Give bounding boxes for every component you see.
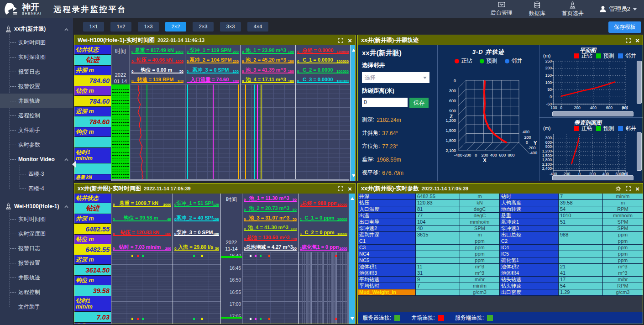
- section-horizontal-scrollbar[interactable]: [552, 175, 634, 180]
- param-name: 钻头转速: [500, 283, 559, 289]
- scroll-down-icon[interactable]: [351, 317, 354, 322]
- svg-text:-200: -200: [528, 146, 536, 150]
- plan-vertical-scrollbar[interactable]: [637, 61, 642, 104]
- save-distance-button[interactable]: 保存: [409, 98, 429, 108]
- time-tick-label: 17:00: [230, 302, 241, 307]
- trajectory-body: xx井(新井眼) 选择邻井 选择 防碰距离(米) 保存 测深:2182.24m井…: [358, 45, 643, 181]
- layout-button-1×1[interactable]: 1×1: [83, 22, 104, 31]
- section-vertical-scrollbar[interactable]: [637, 132, 642, 171]
- log-track: 0池_1 = 23.90 m^31000池_2 = 45.20 m^31000池…: [241, 45, 296, 181]
- param-value: 1.29: [559, 289, 603, 296]
- scroll-up-icon[interactable]: [352, 47, 356, 52]
- panel-title-suffix: -实时时间图: [125, 37, 155, 44]
- data-mark: [131, 318, 133, 320]
- scroll-down-icon[interactable]: [352, 174, 356, 179]
- scroll-up-icon[interactable]: [351, 195, 354, 200]
- svg-text:Y: Y: [534, 140, 537, 146]
- data-mark: [250, 318, 251, 320]
- param-name: 池体积4: [500, 270, 559, 277]
- sidebar-item[interactable]: 实时深度图: [0, 226, 73, 241]
- chevron-down-icon: [633, 8, 637, 12]
- nav-backend[interactable]: 后台管理: [491, 2, 513, 17]
- param-value: [559, 245, 603, 251]
- sidebar-item[interactable]: 报警日志: [0, 64, 73, 79]
- param-unit: ppm: [603, 251, 643, 257]
- param-unit: SPM: [603, 219, 643, 225]
- close-icon[interactable]: ×: [635, 37, 639, 44]
- sidebar-item[interactable]: 远程控制: [0, 108, 73, 123]
- log-track: 0悬重 = 1009.7 kN30000钩位 = 39.58 m400钻压 = …: [111, 194, 173, 324]
- expand-icon[interactable]: [626, 186, 631, 191]
- offset-well-select[interactable]: 选择: [362, 72, 429, 83]
- anticollision-distance-label: 防碰距离(米): [362, 87, 433, 95]
- sidebar-item[interactable]: 报警设置: [0, 79, 73, 94]
- sidebar-item[interactable]: 远程控制: [0, 285, 73, 299]
- layout-button-2×3[interactable]: 2×3: [193, 22, 214, 31]
- sidebar-video-item[interactable]: 四楼-3: [0, 167, 73, 181]
- curve-header: 0钻时 = 7.03 min/m200: [113, 238, 171, 251]
- svg-text:-200: -200: [463, 153, 471, 157]
- sidebar-video-item[interactable]: 四楼-4: [0, 181, 73, 196]
- expand-icon[interactable]: [626, 38, 631, 43]
- sidebar-item[interactable]: 实时时间图: [0, 212, 73, 226]
- nav-database[interactable]: 数据库: [529, 1, 545, 17]
- nav-home[interactable]: 首页选井: [562, 1, 584, 17]
- sidebar-item[interactable]: 井眼轨迹: [0, 94, 73, 108]
- gear-icon[interactable]: [615, 186, 621, 192]
- legend-label: 正钻: [461, 57, 472, 65]
- param-unit: m/hr: [460, 277, 500, 283]
- close-icon[interactable]: ×: [348, 37, 352, 44]
- svg-text:300: 300: [545, 136, 552, 140]
- data-mark: [260, 255, 262, 257]
- chart-3d: 03006009001,2001,5001,8002,100Z-400-2000…: [439, 65, 538, 173]
- expand-icon[interactable]: [338, 186, 343, 191]
- vertical-scrollbar[interactable]: [351, 45, 355, 181]
- param-label: 悬重 kN: [74, 174, 111, 181]
- plan-horizontal-scrollbar[interactable]: [552, 111, 634, 116]
- legend-3d: 正钻预测邻井: [455, 57, 523, 65]
- data-mark: [335, 318, 337, 320]
- sidebar-item[interactable]: 报警设置: [0, 256, 73, 270]
- svg-text:800: 800: [508, 153, 514, 157]
- close-icon[interactable]: ×: [348, 185, 352, 192]
- save-template-button[interactable]: 保存模板: [608, 21, 641, 33]
- param-name: 钻时: [500, 194, 559, 200]
- log-gridline: [308, 252, 309, 324]
- layout-button-3×3[interactable]: 3×3: [220, 22, 241, 31]
- activity-strip: [111, 84, 130, 181]
- sidebar-item[interactable]: 实时参数: [0, 137, 73, 152]
- layout-button-4×4[interactable]: 4×4: [247, 22, 268, 31]
- sidebar-item[interactable]: 实时时间图: [0, 35, 73, 50]
- sidebar-item[interactable]: 文件助手: [0, 299, 73, 314]
- sidebar-group-monitor-video[interactable]: Monitor Video: [0, 152, 73, 167]
- layout-button-2×2[interactable]: 2×2: [165, 22, 186, 31]
- user-menu[interactable]: 管理员2: [599, 5, 637, 13]
- time-year: 2022: [115, 72, 126, 78]
- layout-button-1×2[interactable]: 1×2: [110, 22, 131, 31]
- sidebar-item[interactable]: 文件助手: [0, 123, 73, 137]
- param-value: 41: [559, 270, 603, 277]
- sidebar-item[interactable]: 井眼轨迹: [0, 270, 73, 285]
- sidebar-item[interactable]: 报警日志: [0, 241, 73, 256]
- well-header[interactable]: Wei-H100(Hole-1): [0, 200, 73, 212]
- connection-label: 井场连接:: [411, 314, 435, 322]
- layout-button-1×3[interactable]: 1×3: [138, 22, 159, 31]
- log-gridline: [306, 252, 307, 324]
- well-header[interactable]: xx井(新井眼): [0, 23, 73, 35]
- param-unit: m: [460, 232, 500, 238]
- close-icon[interactable]: ×: [635, 185, 639, 192]
- horizontal-scrollbar[interactable]: [111, 179, 349, 181]
- sidebar-item[interactable]: 实时深度图: [0, 50, 73, 64]
- param-value: 7.03: [74, 312, 111, 323]
- data-mark: [268, 255, 270, 257]
- vertical-scrollbar[interactable]: [349, 194, 355, 324]
- sidebar-collapse-handle[interactable]: [68, 161, 76, 168]
- param-value: 7: [559, 194, 603, 200]
- legend-swatch: [618, 53, 623, 58]
- vertical-section-chart: 垂直剖面图 (m) 正钻预测邻井 3006009001,2001,5001,80…: [539, 118, 643, 181]
- param-value: 31: [416, 270, 460, 277]
- svg-text:400: 400: [523, 130, 529, 134]
- expand-icon[interactable]: [338, 38, 343, 43]
- anticollision-distance-input[interactable]: [362, 98, 408, 107]
- curve-header: 0总池 = 130.50 m^3198: [244, 233, 297, 241]
